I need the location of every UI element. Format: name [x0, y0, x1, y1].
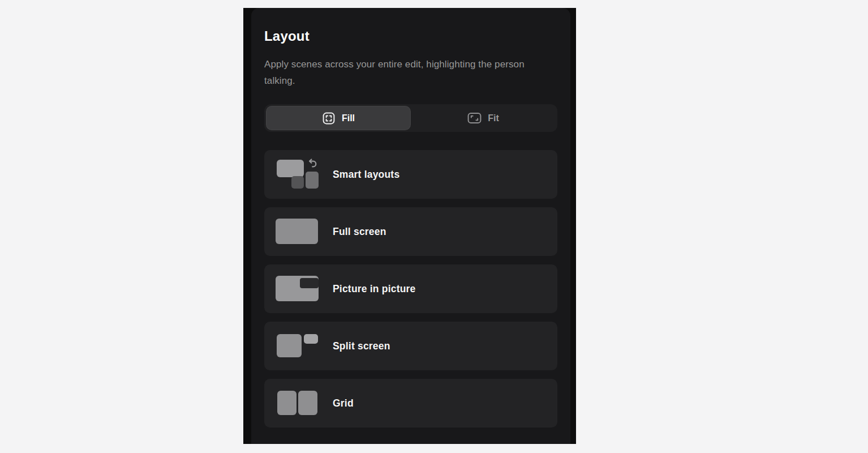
layout-option-label: Picture in picture — [333, 283, 416, 295]
fill-segment-label: Fill — [342, 113, 355, 123]
layout-option-picture-in-picture[interactable]: Picture in picture — [264, 264, 557, 313]
layout-option-label: Split screen — [333, 340, 390, 352]
layout-option-grid[interactable]: Grid — [264, 379, 557, 428]
undo-arrow-icon — [307, 158, 318, 169]
fill-segment[interactable]: Fill — [266, 106, 411, 130]
layout-option-label: Full screen — [333, 226, 386, 238]
panel-description: Apply scenes across your entire edit, hi… — [264, 56, 548, 89]
split-screen-icon — [276, 331, 320, 361]
layout-option-label: Smart layouts — [333, 169, 399, 181]
fit-segment-label: Fit — [488, 113, 499, 123]
fill-icon — [322, 112, 336, 125]
page-title: Layout — [264, 28, 557, 44]
grid-icon — [276, 388, 320, 418]
full-screen-icon — [276, 216, 320, 247]
picture-in-picture-icon — [276, 273, 320, 304]
layout-panel: Layout Apply scenes across your entire e… — [251, 8, 570, 444]
layout-option-smart-layouts[interactable]: Smart layouts — [264, 150, 557, 199]
smart-layouts-icon — [276, 159, 320, 190]
layout-option-split-screen[interactable]: Split screen — [264, 322, 557, 370]
fill-fit-segmented-control: Fill Fit — [264, 104, 557, 132]
app-background: Layout Apply scenes across your entire e… — [243, 8, 576, 444]
fit-icon — [467, 112, 482, 124]
fit-segment[interactable]: Fit — [411, 106, 556, 130]
layout-option-label: Grid — [333, 398, 354, 409]
layout-option-full-screen[interactable]: Full screen — [264, 207, 557, 256]
